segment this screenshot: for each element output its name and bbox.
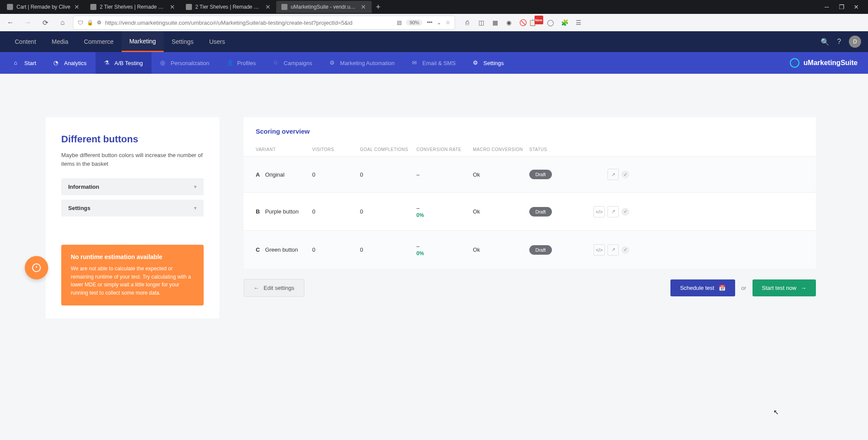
test-info-panel: Different buttons Maybe different button… bbox=[46, 117, 219, 319]
app-nav-marketing[interactable]: Marketing bbox=[122, 31, 164, 52]
variant-name: Green button bbox=[265, 246, 298, 253]
sub-nav-email-sms[interactable]: ✉Email & SMS bbox=[403, 52, 465, 74]
reader-icon[interactable]: ▤ bbox=[397, 20, 402, 26]
tab-close-icon[interactable]: ✕ bbox=[74, 4, 80, 10]
more-icon[interactable]: ••• bbox=[427, 20, 432, 26]
browser-tab[interactable]: 2 Tier Shelves | Remade by Cli ✕ bbox=[181, 1, 276, 13]
sub-nav-start[interactable]: ⌂Start bbox=[5, 52, 45, 74]
help-icon[interactable]: ? bbox=[837, 38, 841, 46]
variant-letter: B bbox=[256, 208, 260, 215]
accordion-information[interactable]: Information ▾ bbox=[61, 178, 204, 195]
tab-favicon-icon bbox=[281, 4, 287, 10]
chevron-down-icon: ▾ bbox=[194, 184, 197, 190]
conversion-rate: – bbox=[416, 171, 473, 178]
conversion-sub: 0% bbox=[416, 212, 473, 218]
user-avatar[interactable]: D bbox=[849, 36, 861, 48]
browser-tab[interactable]: uMarketingSuite - vendr.umark ✕ bbox=[276, 1, 372, 13]
edit-settings-button[interactable]: ← Edit settings bbox=[244, 279, 304, 297]
start-test-button[interactable]: Start test now → bbox=[752, 279, 816, 296]
app-nav-content[interactable]: Content bbox=[7, 31, 44, 52]
url-bar[interactable]: 🛡 🔒 ⚙ https://vendr.umarketingsuite.com/… bbox=[73, 16, 455, 30]
ext4-icon[interactable]: 📋New bbox=[532, 18, 541, 27]
window-minimize-button[interactable]: ─ bbox=[824, 3, 830, 10]
goals-cell: 0 bbox=[360, 246, 416, 253]
subnav-icon: 👤 bbox=[227, 59, 234, 66]
arrow-right-icon: → bbox=[801, 285, 806, 291]
nav-reload-button[interactable]: ⟳ bbox=[38, 16, 52, 30]
window-maximize-button[interactable]: ❐ bbox=[838, 3, 845, 10]
nav-back-button[interactable]: ← bbox=[3, 16, 17, 30]
nav-home-button[interactable]: ⌂ bbox=[56, 16, 69, 30]
variant-name: Original bbox=[265, 171, 284, 178]
pocket-icon[interactable]: ⌄ bbox=[437, 20, 441, 26]
goals-cell: 0 bbox=[360, 171, 416, 178]
variant-letter: C bbox=[256, 246, 260, 253]
umarketingsuite-logo-icon bbox=[790, 58, 799, 68]
sub-nav-campaigns[interactable]: ♢Campaigns bbox=[264, 52, 321, 74]
code-button[interactable]: </> bbox=[594, 244, 605, 256]
open-external-button[interactable]: ↗ bbox=[607, 206, 619, 217]
goals-cell: 0 bbox=[360, 208, 416, 215]
app-nav-settings[interactable]: Settings bbox=[164, 31, 201, 52]
nav-forward-button[interactable]: → bbox=[21, 16, 35, 30]
window-close-button[interactable]: ✕ bbox=[853, 3, 859, 10]
open-external-button[interactable]: ↗ bbox=[607, 169, 619, 180]
test-title: Different buttons bbox=[61, 134, 204, 145]
calendar-icon: 📅 bbox=[719, 285, 726, 291]
menu-icon[interactable]: ☰ bbox=[574, 18, 583, 27]
ext5-icon[interactable]: 🧩 bbox=[560, 18, 569, 27]
ext3-icon[interactable]: 🚫 bbox=[518, 18, 527, 27]
sub-nav-a-b-testing[interactable]: ⚗A/B Testing bbox=[96, 52, 152, 74]
sub-nav-marketing-automation[interactable]: ⚙Marketing Automation bbox=[321, 52, 403, 74]
variant-row: AOriginal 0 0 – Ok Draft ↗ ✓ bbox=[244, 156, 816, 192]
subnav-icon: ◔ bbox=[53, 59, 60, 66]
tab-title: Cart | Remade by Clive bbox=[17, 4, 70, 10]
ext2-icon[interactable]: ◉ bbox=[505, 18, 513, 27]
conversion-rate: – bbox=[416, 243, 473, 250]
open-external-button[interactable]: ↗ bbox=[607, 244, 619, 256]
tab-title: 2 Tier Shelves | Remade by Cliv bbox=[100, 4, 166, 10]
browser-nav-bar: ← → ⟳ ⌂ 🛡 🔒 ⚙ https://vendr.umarketingsu… bbox=[0, 14, 868, 31]
alert-bubble-icon bbox=[25, 256, 48, 279]
sub-nav-analytics[interactable]: ◔Analytics bbox=[45, 52, 95, 74]
tab-close-icon[interactable]: ✕ bbox=[169, 4, 175, 10]
mouse-cursor: ↖ bbox=[773, 408, 779, 416]
account-icon[interactable]: ◯ bbox=[546, 18, 555, 27]
brand-label: uMarketingSuite bbox=[804, 59, 858, 67]
new-tab-button[interactable]: + bbox=[372, 3, 385, 12]
test-description: Maybe different button colors will incre… bbox=[61, 151, 204, 168]
app-nav-users[interactable]: Users bbox=[201, 31, 233, 52]
status-badge: Draft bbox=[529, 207, 552, 217]
schedule-test-button[interactable]: Schedule test 📅 bbox=[670, 279, 735, 296]
variant-letter: A bbox=[256, 171, 260, 178]
browser-tab[interactable]: Cart | Remade by Clive ✕ bbox=[2, 1, 85, 13]
library-icon[interactable]: ⎙ bbox=[463, 18, 472, 27]
conversion-rate: – bbox=[416, 205, 473, 211]
browser-tab[interactable]: 2 Tier Shelves | Remade by Cliv ✕ bbox=[85, 1, 181, 13]
sub-nav-settings[interactable]: ⚙Settings bbox=[464, 52, 512, 74]
variant-row: CGreen button 0 0 –0% Ok Draft </> ↗ ✓ bbox=[244, 230, 816, 269]
visitors-cell: 0 bbox=[312, 171, 360, 178]
shield-icon: 🛡 bbox=[78, 20, 83, 26]
or-label: or bbox=[741, 285, 746, 291]
zoom-indicator[interactable]: 90% bbox=[406, 20, 422, 26]
sidebar-icon[interactable]: ◫ bbox=[477, 18, 485, 27]
subnav-icon: ⚗ bbox=[104, 59, 111, 66]
tab-title: 2 Tier Shelves | Remade by Cli bbox=[195, 4, 261, 10]
app-nav-commerce[interactable]: Commerce bbox=[76, 31, 121, 52]
sub-nav-personalization[interactable]: ◎Personalization bbox=[152, 52, 218, 74]
sub-nav-profiles[interactable]: 👤Profiles bbox=[218, 52, 264, 74]
accordion-settings[interactable]: Settings ▾ bbox=[61, 200, 204, 217]
code-button[interactable]: </> bbox=[594, 206, 605, 217]
tab-close-icon[interactable]: ✕ bbox=[265, 4, 271, 10]
bookmark-star-icon[interactable]: ☆ bbox=[446, 20, 450, 26]
subnav-icon: ✉ bbox=[412, 59, 419, 66]
search-icon[interactable]: 🔍 bbox=[821, 38, 829, 46]
tab-title: uMarketingSuite - vendr.umark bbox=[291, 4, 357, 10]
variant-row: BPurple button 0 0 –0% Ok Draft </> ↗ ✓ bbox=[244, 192, 816, 230]
tab-close-icon[interactable]: ✕ bbox=[360, 4, 366, 10]
app-nav-media[interactable]: Media bbox=[44, 31, 76, 52]
ext1-icon[interactable]: ▦ bbox=[491, 18, 499, 27]
subnav-icon: ⌂ bbox=[14, 59, 21, 66]
macro-cell: Ok bbox=[473, 246, 529, 253]
